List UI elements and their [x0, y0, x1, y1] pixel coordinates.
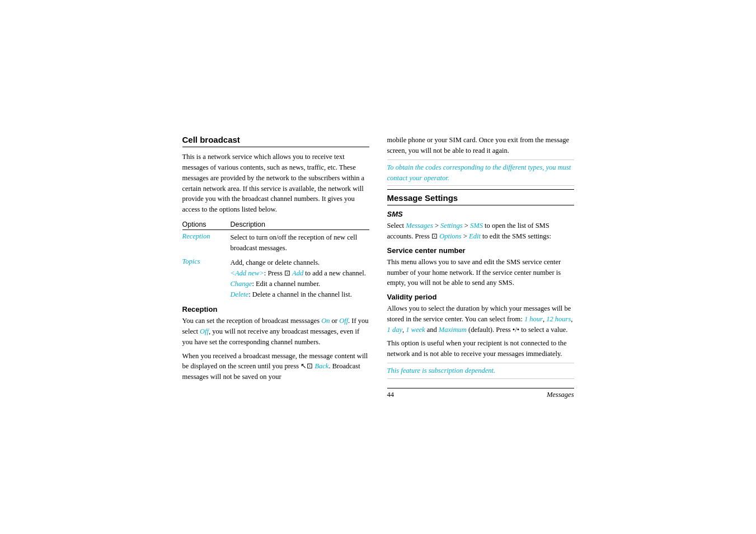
right-cont-text: mobile phone or your SIM card. Once you … — [387, 135, 574, 156]
italic-note-operator: To obtain the codes corresponding to the… — [387, 160, 574, 186]
options-table: Options Description Reception Select to … — [182, 221, 369, 300]
service-center-para: This menu allows you to save and edit th… — [387, 257, 574, 288]
cell-broadcast-intro: This is a network service which allows y… — [182, 152, 369, 215]
topics-add-new: <Add new>: Press ⊡ Add to add a new chan… — [231, 269, 366, 277]
reception-p2-text: When you received a broadcast message, t… — [182, 352, 368, 381]
col-desc-header: Description — [231, 221, 369, 228]
table-row-topics: Topics Add, change or delete channels. <… — [182, 257, 369, 299]
reception-para1: You can set the reception of broadcast m… — [182, 316, 369, 347]
validity-para1: Allows you to select the duration by whi… — [387, 303, 574, 335]
reception-p1-start: You can set the reception of broadcast m… — [182, 317, 322, 325]
reception-or: or — [330, 317, 339, 325]
topics-delete: Delete: Delete a channel in the channel … — [231, 291, 352, 298]
desc-topics: Add, change or delete channels. <Add new… — [231, 257, 369, 299]
validity-p1-text: Allows you to select the duration by whi… — [387, 305, 573, 334]
validity-para2: This option is useful when your recipien… — [387, 338, 574, 359]
reception-off: Off — [339, 317, 348, 325]
topics-change: Change: Edit a channel number. — [231, 280, 321, 288]
reception-rest: , you will not receive any broadcast mes… — [182, 327, 360, 346]
reception-para2: When you received a broadcast message, t… — [182, 351, 369, 382]
message-settings-title: Message Settings — [387, 193, 574, 205]
reception-off2: Off — [200, 327, 209, 335]
italic-note2-text: This feature is subscription dependent. — [387, 367, 496, 374]
topics-desc1: Add, change or delete channels. — [231, 259, 320, 266]
reception-on: On — [321, 317, 330, 325]
footer-section-name: Messages — [547, 391, 574, 399]
cell-broadcast-title: Cell broadcast — [182, 135, 369, 147]
sms-para: Select Messages > Settings > SMS to open… — [387, 221, 574, 242]
table-header: Options Description — [182, 221, 369, 230]
option-topics: Topics — [182, 257, 222, 299]
sms-subtitle: SMS — [387, 210, 574, 218]
msg-settings-divider — [387, 189, 574, 190]
footer-page-number: 44 — [387, 391, 395, 399]
italic-note-text: To obtain the codes corresponding to the… — [387, 163, 571, 182]
sms-text: Select Messages > Settings > SMS to open… — [387, 222, 551, 240]
option-reception: Reception — [182, 232, 222, 254]
page-footer: 44 Messages — [387, 388, 574, 399]
service-center-heading: Service center number — [387, 246, 574, 255]
validity-heading: Validity period — [387, 293, 574, 301]
desc-reception: Select to turn on/off the reception of n… — [231, 232, 369, 254]
right-column: mobile phone or your SIM card. Once you … — [387, 135, 574, 399]
col-options-header: Options — [182, 221, 222, 228]
table-row-reception: Reception Select to turn on/off the rece… — [182, 232, 369, 254]
left-column: Cell broadcast This is a network service… — [182, 135, 369, 386]
reception-heading: Reception — [182, 305, 369, 313]
italic-note-subscription: This feature is subscription dependent. — [387, 363, 574, 379]
page-container: Cell broadcast This is a network service… — [182, 124, 574, 410]
